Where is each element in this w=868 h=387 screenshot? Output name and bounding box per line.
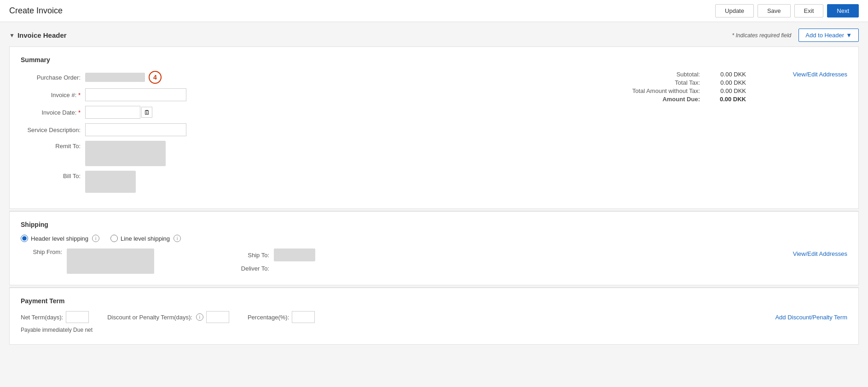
amounts-block: Subtotal: 0.00 DKK Total Tax: 0.00 DKK T… [251,71,746,103]
dropdown-arrow-icon: ▼ [846,32,852,39]
invoice-number-input[interactable] [85,88,186,101]
summary-form-left: Purchase Order: 4 Invoice #: * Invoice D… [21,71,214,197]
view-edit-addresses-link-shipping[interactable]: View/Edit Addresses [793,250,847,257]
purchase-order-value-redacted [85,73,145,82]
net-term-field: Net Term(days): [21,311,89,323]
purchase-order-row: Purchase Order: 4 [21,71,214,84]
percentage-label: Percentage(%): [248,314,289,321]
purchase-order-badge: 4 [149,71,162,84]
summary-card: Summary Purchase Order: 4 Invoice #: * [9,46,859,209]
ship-from-label: Ship From: [21,248,67,255]
total-tax-label: Total Tax: [675,79,700,86]
ship-far-right: View/Edit Addresses [764,248,847,257]
discount-penalty-field: Discount or Penalty Term(days): i [107,311,229,323]
summary-far-right: View/Edit Addresses [764,71,847,197]
subtotal-label: Subtotal: [677,71,700,78]
service-description-label: Service Description: [21,127,85,133]
ship-to-label: Ship To: [232,252,274,259]
percentage-input[interactable] [292,311,315,323]
shipping-radio-group: Header level shipping i Line level shipp… [21,235,847,242]
header-level-info-icon[interactable]: i [92,235,99,242]
discount-penalty-label: Discount or Penalty Term(days): [107,314,192,321]
ship-to-value-redacted [274,248,315,261]
required-star: * [78,92,81,98]
header-level-shipping-option[interactable]: Header level shipping i [21,235,99,242]
top-bar: Create Invoice Update Save Exit Next [0,0,868,22]
collapse-triangle[interactable]: ▼ [9,32,15,39]
ship-to-inner: Ship To: Deliver To: [232,248,315,272]
service-description-row: Service Description: [21,123,214,136]
calendar-icon[interactable]: 🗓 [141,107,152,118]
remit-to-label: Remit To: [21,141,85,150]
bill-to-value-redacted [85,171,136,193]
update-button[interactable]: Update [715,4,754,17]
total-amount-no-tax-row: Total Amount without Tax: 0.00 DKK [251,87,746,94]
add-to-header-button[interactable]: Add to Header ▼ [799,29,859,42]
remit-to-row: Remit To: [21,141,214,166]
deliver-to-label: Deliver To: [232,265,274,272]
ship-from-value-redacted [67,248,154,274]
payment-term-label: Payment Term [21,297,847,305]
section-title: ▼ Invoice Header [9,31,67,39]
invoice-date-label: Invoice Date: * [21,109,85,116]
payment-term-card: Payment Term Net Term(days): Discount or… [9,288,859,345]
service-description-input[interactable] [85,123,186,136]
add-discount-penalty-link[interactable]: Add Discount/Penalty Term [775,314,847,321]
invoice-date-input[interactable]: 20 Sep 2021 [85,106,140,119]
invoice-date-row: Invoice Date: * 20 Sep 2021 🗓 [21,106,214,119]
summary-amounts: Subtotal: 0.00 DKK Total Tax: 0.00 DKK T… [232,71,746,197]
required-note: * Indicates required field [732,32,792,39]
amount-due-label: Amount Due: [662,96,700,103]
line-level-shipping-option[interactable]: Line level shipping i [110,235,181,242]
save-button[interactable]: Save [758,4,791,17]
exit-button[interactable]: Exit [794,4,824,17]
line-level-info-icon[interactable]: i [174,235,181,242]
total-tax-row: Total Tax: 0.00 DKK [251,79,746,86]
net-term-label: Net Term(days): [21,314,63,321]
bill-to-row: Bill To: [21,171,214,193]
deliver-to-row: Deliver To: [232,265,315,272]
shipping-label: Shipping [21,221,847,228]
purchase-order-label: Purchase Order: [21,74,85,81]
subtotal-value: 0.00 DKK [709,71,746,78]
payable-note: Payable immediately Due net [21,327,847,333]
subtotal-row: Subtotal: 0.00 DKK [251,71,746,78]
view-edit-addresses-link-summary[interactable]: View/Edit Addresses [793,71,847,78]
next-button[interactable]: Next [827,4,859,17]
header-level-shipping-radio[interactable] [21,235,28,242]
invoice-header-section-header: ▼ Invoice Header * Indicates required fi… [9,22,859,46]
invoice-header-title: Invoice Header [17,31,67,39]
header-level-shipping-label: Header level shipping [31,235,88,242]
shipping-card: Shipping Header level shipping i Line le… [9,211,859,285]
summary-label: Summary [21,56,847,64]
total-tax-value: 0.00 DKK [709,79,746,86]
ship-from-col: Ship From: [21,248,214,274]
line-level-shipping-radio[interactable] [110,235,118,242]
remit-to-value-redacted [85,141,166,166]
total-amount-no-tax-label: Total Amount without Tax: [632,87,700,94]
main-content: ▼ Invoice Header * Indicates required fi… [0,22,868,356]
invoice-date-wrap: 20 Sep 2021 🗓 [85,106,152,119]
amount-due-row: Amount Due: 0.00 DKK [251,96,746,103]
ship-to-col: Ship To: Deliver To: [214,248,764,272]
discount-penalty-input[interactable] [206,311,229,323]
summary-form-layout: Purchase Order: 4 Invoice #: * Invoice D… [21,71,847,197]
total-amount-no-tax-value: 0.00 DKK [709,87,746,94]
invoice-number-label: Invoice #: * [21,92,85,98]
percentage-field: Percentage(%): [248,311,315,323]
page-title: Create Invoice [9,6,63,16]
ship-row: Ship From: Ship To: Deliver To: View/Edi… [21,248,847,274]
amount-due-value: 0.00 DKK [709,96,746,103]
invoice-number-row: Invoice #: * [21,88,214,101]
line-level-shipping-label: Line level shipping [121,235,170,242]
top-bar-actions: Update Save Exit Next [715,4,859,17]
payment-row: Net Term(days): Discount or Penalty Term… [21,311,847,323]
discount-penalty-info-icon[interactable]: i [196,313,203,321]
bill-to-label: Bill To: [21,171,85,179]
ship-to-row: Ship To: [232,248,315,261]
net-term-input[interactable] [66,311,89,323]
ship-from-row: Ship From: [21,248,214,274]
